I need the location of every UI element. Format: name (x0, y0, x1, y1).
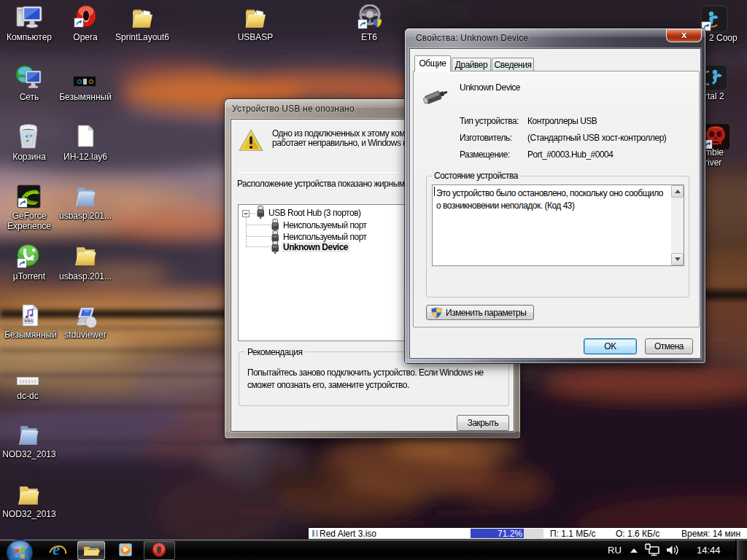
svg-text:WMA: WMA (24, 319, 33, 323)
svg-text:e: e (53, 540, 60, 559)
